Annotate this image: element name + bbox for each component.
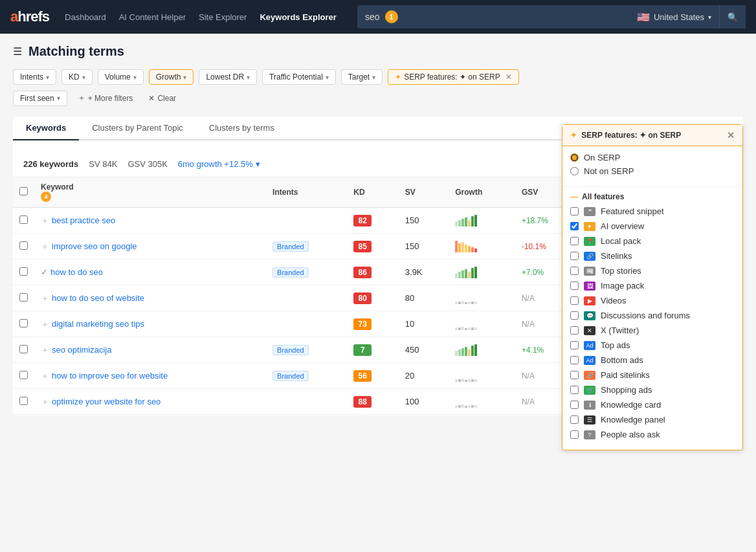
feature-videos[interactable]: ▶ Videos xyxy=(570,296,735,305)
feature-knowledge-panel[interactable]: ☰ Knowledge panel xyxy=(570,415,735,425)
row-checkbox[interactable] xyxy=(19,293,28,302)
plus-icon: ＋ xyxy=(78,93,85,104)
filter-volume[interactable]: Volume ▾ xyxy=(98,69,144,85)
search-button[interactable]: 🔍 xyxy=(719,5,746,28)
page-title-row: ☰ Matching terms xyxy=(13,44,743,59)
plus-icon[interactable]: ＋ xyxy=(41,241,49,252)
growth-value: +4.1% xyxy=(522,346,544,355)
filter-intents[interactable]: Intents ▾ xyxy=(13,69,56,85)
td-checkbox xyxy=(13,208,34,234)
feature-sitelinks[interactable]: 🔗 Sitelinks xyxy=(570,251,735,261)
th-checkbox xyxy=(13,177,34,208)
chart-bar xyxy=(468,272,471,278)
plus-icon[interactable]: ＋ xyxy=(41,293,49,304)
td-intents: Branded xyxy=(266,363,347,389)
plus-icon[interactable]: ＋ xyxy=(41,344,49,356)
td-chart xyxy=(449,337,515,363)
feature-bottom-ads[interactable]: Ad Bottom ads xyxy=(570,355,735,365)
feature-ai-overview[interactable]: ✦ AI overview xyxy=(570,221,735,231)
feature-local-pack[interactable]: 📍 Local pack xyxy=(570,236,735,246)
growth-meta[interactable]: 6mo growth +12.5% ▾ xyxy=(178,159,260,169)
chart-bar xyxy=(458,302,461,304)
feature-top-stories[interactable]: 📰 Top stories xyxy=(570,266,735,276)
row-checkbox[interactable] xyxy=(19,345,28,353)
feature-discussions-forums[interactable]: 💬 Discussions and forums xyxy=(570,311,735,320)
more-filters-button[interactable]: ＋ + More filters xyxy=(72,90,139,106)
filter-growth[interactable]: Growth ▾ xyxy=(149,69,194,85)
all-features-label: — All features xyxy=(570,192,735,201)
keyword-link[interactable]: improve seo on google xyxy=(52,241,137,251)
keyword-link[interactable]: how to do seo of website xyxy=(52,293,144,303)
serp-features-button[interactable]: ✦ SERP features: ✦ on SERP ✕ xyxy=(388,69,519,85)
keyword-link[interactable]: digital marketing seo tips xyxy=(52,319,144,329)
chart-bar xyxy=(461,327,464,330)
keyword-link[interactable]: best practice seo xyxy=(52,215,115,225)
filter-kd[interactable]: KD ▾ xyxy=(61,69,93,85)
keyword-link[interactable]: how to improve seo for website xyxy=(52,371,168,381)
tab-keywords[interactable]: Keywords xyxy=(13,116,79,140)
feature-top-ads[interactable]: Ad Top ads xyxy=(570,340,735,350)
plus-icon[interactable]: ＋ xyxy=(41,370,49,382)
x-twitter-icon: ✕ xyxy=(584,326,595,335)
row-checkbox[interactable] xyxy=(19,371,28,379)
tab-clusters-terms[interactable]: Clusters by terms xyxy=(196,116,287,140)
serp-option-on[interactable]: On SERP xyxy=(570,153,735,162)
filter-traffic-potential[interactable]: Traffic Potential ▾ xyxy=(262,69,336,85)
filter-target[interactable]: Target ▾ xyxy=(341,69,383,85)
chart-bar xyxy=(471,247,474,252)
row-checkbox[interactable] xyxy=(19,241,28,250)
td-keyword: ＋ seo optimizacija xyxy=(34,337,266,363)
feature-knowledge-card[interactable]: ℹ Knowledge card xyxy=(570,400,735,410)
chevron-down-icon: ▾ xyxy=(133,74,137,81)
dash-icon: — xyxy=(570,192,578,201)
country-selector[interactable]: 🇺🇸 United States ▾ xyxy=(629,5,719,28)
td-kd: 82 xyxy=(347,208,399,234)
select-all-checkbox[interactable] xyxy=(19,187,28,195)
keyword-link[interactable]: seo optimizacija xyxy=(52,345,112,355)
row-checkbox[interactable] xyxy=(19,397,28,405)
feature-paid-sitelinks[interactable]: 🔗 Paid sitelinks xyxy=(570,370,735,380)
plus-icon[interactable]: ＋ xyxy=(41,396,49,408)
feature-image-pack[interactable]: 🖼 Image pack xyxy=(570,281,735,291)
menu-icon[interactable]: ☰ xyxy=(13,45,22,58)
chart-bar xyxy=(458,272,461,278)
keyword-link[interactable]: optimize your website for seo xyxy=(52,397,161,406)
chart-bar xyxy=(468,220,471,226)
filter-first-seen[interactable]: First seen ▾ xyxy=(13,91,67,106)
row-checkbox[interactable] xyxy=(19,267,28,276)
mini-chart xyxy=(455,342,477,356)
filter-lowest-dr[interactable]: Lowest DR ▾ xyxy=(199,69,257,85)
feature-shopping-ads[interactable]: 🛒 Shopping ads xyxy=(570,385,735,395)
chart-bar xyxy=(474,405,477,408)
clear-button[interactable]: ✕ Clear xyxy=(143,91,181,105)
growth-value: N/A xyxy=(522,320,535,329)
plus-icon[interactable]: ＋ xyxy=(41,318,49,330)
nav-keywords-explorer[interactable]: Keywords Explorer xyxy=(260,12,337,22)
row-checkbox[interactable] xyxy=(19,319,28,327)
th-growth: Growth xyxy=(449,177,515,208)
chart-bar xyxy=(455,405,458,408)
feature-people-also-ask[interactable]: ? People also ask xyxy=(570,430,735,439)
tab-clusters-parent[interactable]: Clusters by Parent Topic xyxy=(79,116,196,140)
keyword-link[interactable]: how to do seo xyxy=(50,267,103,277)
feature-featured-snippet[interactable]: ❝ Featured snippet xyxy=(570,206,735,216)
feature-x-twitter[interactable]: ✕ X (Twitter) xyxy=(570,326,735,335)
nav-dashboard[interactable]: Dashboard xyxy=(65,12,106,22)
plus-icon[interactable]: ＋ xyxy=(41,215,49,226)
chart-bar xyxy=(461,301,464,304)
bottom-ads-icon: Ad xyxy=(584,356,595,365)
row-checkbox[interactable] xyxy=(19,215,28,224)
chart-bar xyxy=(461,242,464,252)
badge-4: 4 xyxy=(41,192,51,202)
chart-bar xyxy=(471,379,474,382)
nav-ai-content[interactable]: AI Content Helper xyxy=(119,12,186,22)
growth-value: N/A xyxy=(522,294,535,303)
nav-site-explorer[interactable]: Site Explorer xyxy=(199,12,247,22)
knowledge-card-icon: ℹ xyxy=(584,401,595,410)
serp-close-button[interactable]: ✕ xyxy=(727,130,735,140)
chart-bar xyxy=(465,347,467,356)
mini-chart xyxy=(455,368,477,382)
close-icon[interactable]: ✕ xyxy=(506,72,512,82)
search-input-wrapper[interactable]: seo 1 xyxy=(357,5,629,28)
serp-option-not-on[interactable]: Not on SERP xyxy=(570,166,735,176)
